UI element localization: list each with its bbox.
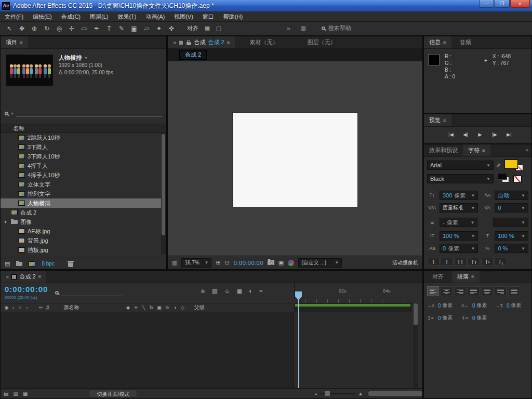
indent-right-field[interactable]: ≡← 0 像素 — [461, 302, 496, 309]
timeline-close-icon[interactable]: × — [6, 274, 9, 280]
tab-effects-presets[interactable]: 效果和预设 — [424, 144, 463, 156]
timeline-search-field[interactable] — [55, 289, 123, 296]
maximize-button[interactable]: ❐ — [495, 0, 510, 8]
choose-grid-icon[interactable]: ⊞ — [216, 259, 220, 266]
2跳跃人10秒[interactable]: 2跳跃人10秒 — [1, 133, 166, 142]
search-input[interactable] — [16, 110, 162, 117]
label-column-icon[interactable]: ✏ — [37, 305, 44, 310]
timeline-horizontal-scrollbar[interactable] — [368, 391, 422, 396]
puppet-pin-tool[interactable]: ✜ — [165, 22, 178, 35]
menu-item[interactable]: 效果(T) — [113, 11, 141, 22]
color-depth-button[interactable]: 8 bpc — [42, 261, 54, 267]
align-left-button[interactable] — [427, 286, 439, 296]
show-channels-icon[interactable] — [288, 260, 294, 266]
comp-navigator-tab[interactable]: 合成 2 — [179, 50, 207, 60]
tab-character[interactable]: 字符 ≡ — [463, 144, 490, 156]
baseline-shift-select[interactable]: 0 像素 ▼ — [440, 244, 478, 253]
4挥手人10秒[interactable]: 4挥手人10秒 — [1, 170, 166, 180]
adjustment-layer-switch-icon[interactable]: ▣ — [156, 305, 163, 310]
selection-tool[interactable]: ↖ — [3, 22, 16, 35]
scrollbar-thumb[interactable] — [414, 303, 418, 325]
scrollbar-thumb[interactable] — [162, 134, 165, 235]
video-column-icon[interactable]: ◉ — [3, 305, 10, 310]
track-area[interactable] — [295, 312, 412, 388]
3下蹲人[interactable]: 3下蹲人 — [1, 142, 166, 152]
faux-bold-button[interactable]: T — [427, 258, 440, 266]
new-folder-icon[interactable] — [16, 262, 22, 266]
menu-item[interactable]: 文件(F) — [0, 11, 28, 22]
first-line-indent-field[interactable]: →¶ 0 像素 — [496, 302, 530, 309]
tab-footage[interactable]: 素材（无） — [235, 36, 292, 48]
timeline-search-input[interactable] — [61, 289, 123, 296]
timeline-vertical-scrollbar[interactable] — [413, 303, 418, 388]
parent-column-header[interactable]: 父级 — [194, 304, 205, 311]
font-style-select[interactable]: Black ▼ — [427, 174, 494, 183]
quality-switch-icon[interactable]: ◆ — [125, 305, 131, 310]
small-caps-button[interactable]: Tᴛ — [468, 258, 480, 266]
brush-tool[interactable]: ✎ — [115, 22, 128, 35]
grid-icon[interactable]: ▦ — [202, 25, 213, 32]
justify-all-button[interactable] — [508, 286, 520, 296]
superscript-button[interactable]: T¹ — [481, 258, 494, 266]
motion-blur-icon[interactable]: ◐ — [249, 288, 252, 295]
tab-preview[interactable]: 预览 ≡ — [424, 114, 451, 126]
zoom-slider[interactable] — [320, 393, 356, 394]
menu-item[interactable]: 动画(A) — [141, 11, 170, 22]
panel-menu-icon[interactable]: ≡ — [20, 39, 23, 45]
panel-overflow-icon[interactable]: » — [525, 144, 531, 156]
justify-last-left-button[interactable] — [468, 286, 480, 296]
图像[interactable]: 图像 — [1, 217, 166, 227]
expand-transfer-controls-icon[interactable]: ▥ — [13, 391, 18, 396]
frame-blending-icon[interactable]: ▦ — [237, 288, 242, 295]
tsume-select[interactable]: 0 % ▼ — [495, 244, 528, 253]
3下蹲人10秒[interactable]: 3下蹲人10秒 — [1, 152, 166, 161]
effects-switch-icon[interactable]: ✳ — [133, 305, 139, 310]
stroke-style-select[interactable]: ▼ — [493, 218, 528, 227]
eyedropper-icon[interactable]: ✎ — [495, 163, 501, 167]
unified-camera-tool[interactable]: ◎ — [53, 22, 65, 35]
motion-blur-switch-icon[interactable]: ◑ — [172, 305, 178, 310]
zoom-slider-thumb[interactable] — [325, 391, 330, 396]
region-of-interest-icon[interactable]: ⊡ — [225, 259, 230, 266]
draft-3d-icon[interactable]: ▧ — [212, 288, 217, 295]
AE标.jpg[interactable]: AE标.jpg — [1, 227, 166, 236]
type-tool[interactable]: T — [103, 22, 115, 35]
interpret-footage-icon[interactable]: ▤ — [5, 260, 10, 267]
rotation-tool[interactable]: ↻ — [41, 22, 53, 35]
next-frame-button[interactable]: |▶ — [488, 130, 501, 139]
panel-menu-icon[interactable]: ≡ — [227, 39, 230, 45]
frame-blend-switch-icon[interactable]: ╲ — [141, 305, 147, 310]
work-area-bar[interactable] — [295, 304, 410, 307]
hand-tool[interactable]: ✥ — [16, 22, 28, 35]
tab-paragraph[interactable]: 段落 ≡ — [452, 271, 480, 283]
lock-icon[interactable] — [187, 42, 191, 45]
menu-item[interactable]: 编辑(E) — [28, 11, 57, 22]
resolution-select[interactable]: (自定义 ...) ▼ — [298, 258, 342, 268]
composition-canvas[interactable] — [233, 113, 357, 207]
tab-info[interactable]: 信息 ≡ — [424, 36, 451, 48]
previous-frame-button[interactable]: ◀| — [459, 130, 472, 139]
project-scrollbar[interactable] — [161, 133, 166, 255]
fx-switch-icon[interactable]: fx — [149, 305, 155, 310]
chevron-down-icon[interactable]: ▼ — [84, 56, 88, 60]
pen-tool[interactable]: ✒ — [90, 22, 103, 35]
space-after-field[interactable]: ↧≡ 0 像素 — [461, 314, 496, 322]
立体文字[interactable]: 立体文字 — [1, 180, 166, 189]
expand-in-out-icon[interactable]: ▦ — [23, 391, 28, 396]
tab-composition[interactable]: × 合成 合成 2 ≡ — [168, 36, 235, 48]
clone-stamp-tool[interactable]: ▣ — [128, 22, 140, 35]
tab-align[interactable]: 对齐 — [424, 271, 452, 283]
tab-timeline-comp[interactable]: × 合成 2 ≡ — [1, 271, 46, 283]
time-ruler[interactable]: 02s 04s — [294, 283, 412, 303]
subscript-button[interactable]: T₁ — [495, 258, 507, 266]
delete-icon[interactable] — [68, 262, 73, 267]
panel-menu-icon[interactable]: ≡ — [38, 274, 42, 280]
panel-menu-icon[interactable]: ≡ — [443, 117, 446, 123]
挡板.jpg[interactable]: 挡板.jpg — [1, 245, 166, 255]
leading-select[interactable]: 自动 ▼ — [495, 191, 528, 200]
font-size-select[interactable]: 300 像素 ▼ — [440, 191, 478, 200]
always-preview-icon[interactable]: ▥ — [172, 259, 177, 266]
panel-menu-icon[interactable]: ≡ — [471, 274, 474, 280]
menu-item[interactable]: 图层(L) — [85, 11, 113, 22]
solo-column-icon[interactable]: ○ — [17, 305, 23, 310]
